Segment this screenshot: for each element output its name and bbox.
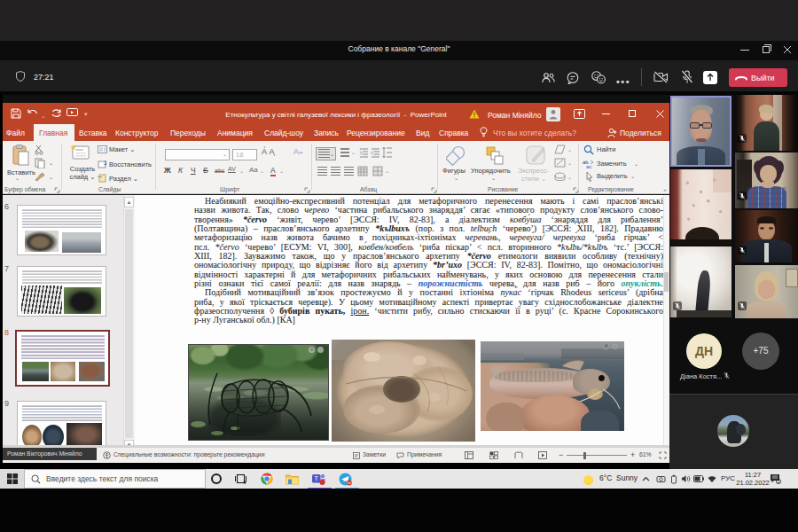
svg-text:64: 64 (348, 481, 352, 485)
svg-text:1: 1 (778, 479, 780, 484)
svg-text:T: T (315, 475, 319, 481)
